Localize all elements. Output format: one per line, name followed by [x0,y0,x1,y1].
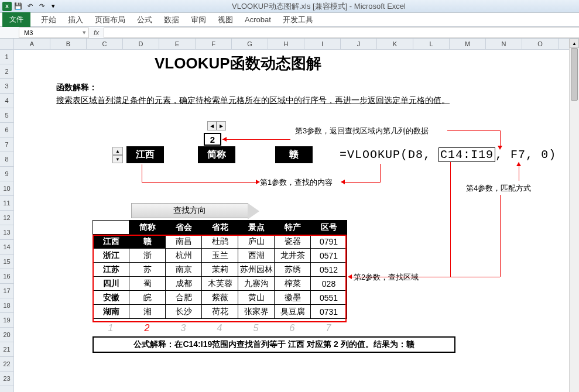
spinner-left-icon[interactable]: ◀ [207,121,217,130]
formula-explanation: 公式解释：在C14:I19范围内查找首列等于 江西 对应第 2 列的值。结果为：… [92,336,455,353]
row-headers: 1234567891011121314151617181920212223 [0,39,14,392]
data-table: 简称省会省花景点特产区号 江西赣南昌杜鹃庐山瓷器0791浙江浙杭州玉兰西湖龙井茶… [92,220,347,319]
sheet-content[interactable]: VLOOKUP函数动态图解 函数解释： 搜索表区域首列满足条件的元素，确定待检索… [14,50,579,392]
row-header[interactable]: 22 [0,357,13,372]
row-header[interactable]: 12 [0,211,13,225]
row-header[interactable]: 3 [0,79,13,94]
table-header-cell: 区号 [311,221,347,235]
spinner-down-icon[interactable]: ▼ [112,155,123,163]
tab-insert[interactable]: 插入 [67,12,84,27]
search-direction-arrow: 查找方向 [131,203,248,218]
table-cell: 赣 [129,235,166,249]
column-header[interactable]: I [304,39,341,49]
quick-access-toolbar: X 💾 ↶ ↷ ▾ [0,1,59,12]
column-header[interactable]: H [268,39,304,49]
tab-data[interactable]: 数据 [163,12,180,27]
fx-icon[interactable]: fx [94,29,99,37]
undo-icon[interactable]: ↶ [25,1,35,12]
tab-review[interactable]: 审阅 [190,12,207,27]
name-box[interactable]: M3 ▾ [19,27,89,38]
save-icon[interactable]: 💾 [13,1,23,12]
table-header-cell: 景点 [238,221,275,235]
name-dropdown-icon[interactable]: ▾ [80,29,88,36]
worksheet: 1234567891011121314151617181920212223 AB… [0,39,579,392]
row-header[interactable]: 17 [0,284,13,298]
redo-icon[interactable]: ↷ [36,1,47,12]
tab-layout[interactable]: 页面布局 [94,12,126,27]
column-header[interactable]: M [450,39,486,49]
row-header[interactable]: 7 [0,137,13,152]
row-header[interactable]: 18 [0,298,13,313]
table-cell: 徽墨 [275,291,311,305]
anno-param4: 第4参数，匹配方式 [466,183,531,194]
row-header[interactable]: 13 [0,225,13,240]
column-header[interactable]: O [522,39,559,49]
scroll-up-icon[interactable]: ▲ [570,39,579,48]
table-cell: 0551 [311,291,347,305]
table-cell: 苏 [129,263,166,277]
file-tab[interactable]: 文件 [2,12,30,27]
title-bar: X 💾 ↶ ↷ ▾ VLOOKUP动态图解.xls [兼容模式] - Micro… [0,0,579,13]
tab-formulas[interactable]: 公式 [136,12,153,27]
column-header[interactable]: G [232,39,268,49]
row-header[interactable]: 1 [0,50,13,64]
column-header[interactable]: B [50,39,87,49]
table-cell: 0791 [311,235,347,249]
column-header[interactable]: N [486,39,522,49]
row-header[interactable]: 2 [0,64,13,79]
row-header[interactable]: 16 [0,269,13,284]
excel-icon: X [2,2,12,11]
table-row: 安徽皖合肥紫薇黄山徽墨0551 [93,291,347,305]
column-header[interactable]: L [413,39,450,49]
table-cell: 苏绣 [275,263,311,277]
row-header[interactable]: 20 [0,328,13,342]
anno-param2: 第2参数，查找区域 [354,272,419,283]
column-header[interactable]: E [159,39,196,49]
tab-acrobat[interactable]: Acrobat [244,13,272,26]
row-header[interactable]: 4 [0,94,13,108]
row-header[interactable]: 19 [0,313,13,328]
column-number: 7 [310,323,347,333]
row-header[interactable]: 9 [0,167,13,181]
row-header[interactable]: 21 [0,342,13,357]
table-cell: 臭豆腐 [275,305,311,319]
table-cell: 皖 [129,291,166,305]
table-row: 浙江浙杭州玉兰西湖龙井茶0571 [93,249,347,263]
func-description: 搜索表区域首列满足条件的元素，确定待检索单元格所在的区域中的行序号，再进一步返回… [56,95,450,106]
column-header[interactable]: K [377,39,413,49]
table-cell: 榨菜 [275,277,311,291]
row-header[interactable]: 8 [0,152,13,167]
tab-view[interactable]: 视图 [217,12,234,27]
column-header[interactable]: J [341,39,377,49]
column-number: 1 [92,323,129,333]
window-title: VLOOKUP动态图解.xls [兼容模式] - Microsoft Excel [59,1,579,12]
column-number: 4 [201,323,238,333]
column-header[interactable]: C [87,39,123,49]
row-header[interactable]: 14 [0,240,13,255]
formula-input[interactable] [104,27,579,38]
spinner-right-icon[interactable]: ▶ [217,121,226,130]
qat-dropdown-icon[interactable]: ▾ [48,1,59,12]
row-header[interactable]: 5 [0,108,13,123]
column-number: 3 [165,323,201,333]
row-header[interactable]: 15 [0,255,13,269]
table-header-cell [93,221,129,235]
select-all-cell[interactable] [0,39,13,50]
tab-home[interactable]: 开始 [40,12,57,27]
table-cell: 杭州 [166,249,202,263]
vertical-scrollbar[interactable]: ▲ [569,39,579,392]
table-cell: 江苏 [93,263,129,277]
row-header[interactable]: 10 [0,181,13,196]
scroll-thumb[interactable] [571,48,578,101]
spinner-up-icon[interactable]: ▲ [112,147,123,155]
table-header-cell: 特产 [275,221,311,235]
column-header[interactable]: F [196,39,232,49]
row-header[interactable]: 23 [0,372,13,386]
row-header[interactable]: 11 [0,196,13,211]
column-header[interactable]: D [123,39,159,49]
tab-developer[interactable]: 开发工具 [282,12,314,27]
table-cell: 南京 [166,263,202,277]
row-header[interactable]: 6 [0,123,13,137]
table-row: 湖南湘长沙荷花张家界臭豆腐0731 [93,305,347,319]
column-header[interactable]: A [14,39,50,49]
